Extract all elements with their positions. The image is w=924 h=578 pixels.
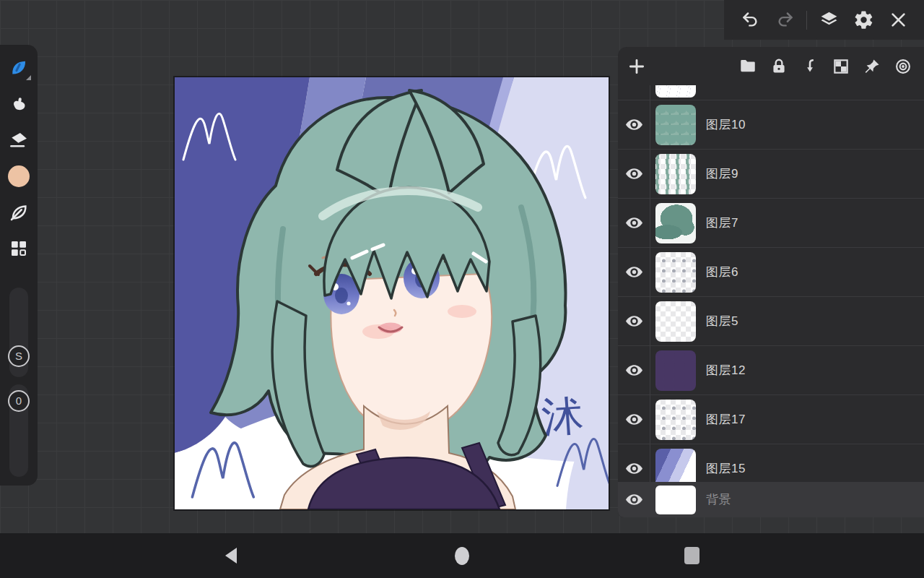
layer-row[interactable]: 图层10 [618,100,924,150]
close-button[interactable] [885,7,911,33]
visibility-toggle[interactable] [618,311,650,331]
visibility-toggle[interactable] [618,410,650,429]
eye-icon [624,164,644,184]
opacity-handle[interactable]: 0 [8,390,30,412]
merge-down-button[interactable] [798,55,821,78]
grid-squares-icon [8,238,30,259]
recents-square-icon [684,547,699,564]
layer-row[interactable]: 图层5 [618,297,924,346]
settings-button[interactable] [850,7,876,33]
layer-row[interactable] [618,85,924,100]
visibility-toggle[interactable] [618,115,650,134]
brush-size-slider[interactable]: S [9,288,28,377]
eye-icon [624,262,644,282]
undo-button[interactable] [737,7,763,33]
visibility-toggle[interactable] [618,164,650,184]
nav-back-button[interactable] [202,533,260,578]
eye-icon [624,213,644,233]
pin-layer-button[interactable] [860,55,884,78]
layers-list: 图层10 图层9 图层7 [618,85,924,517]
toolbar-divider [806,11,807,30]
background-layer-row[interactable]: 背景 [618,482,924,517]
layer-row[interactable]: 图层9 [618,150,924,199]
eye-icon [624,490,644,509]
eye-icon [624,115,644,134]
layer-label: 图层12 [706,362,746,379]
visibility-toggle[interactable] [618,361,650,380]
settings-gear-icon [853,9,874,30]
smudge-finger-icon [8,93,30,115]
visibility-toggle[interactable] [618,459,650,478]
pin-icon [863,57,881,76]
eye-icon [624,311,644,331]
opacity-slider[interactable]: 0 [9,384,28,477]
eraser-tool-button[interactable] [4,126,33,155]
layer-label: 图层7 [706,215,738,231]
transparency-checker-icon [832,57,850,76]
visibility-toggle[interactable] [618,490,650,509]
add-layer-button[interactable] [625,55,648,78]
layer-label: 背景 [706,491,731,508]
layer-label: 图层10 [706,116,746,133]
eye-icon [624,410,644,429]
current-color-swatch [8,165,30,187]
folder-icon [738,57,757,76]
layer-thumbnail[interactable] [655,154,696,194]
layer-thumbnail[interactable] [655,486,696,514]
layer-row[interactable]: 图层7 [618,199,924,248]
layer-label: 图层15 [706,460,746,477]
artist-signature: 沭 [540,391,585,441]
layer-label: 图层17 [706,411,746,428]
snap-spiral-button[interactable] [892,55,915,78]
visibility-toggle[interactable] [618,213,650,233]
material-tool-button[interactable] [4,198,33,227]
artwork-illustration: 沭 [175,77,609,509]
leaf-icon [8,202,30,223]
layers-panel-toggle-button[interactable] [816,7,842,33]
layer-thumbnail[interactable] [655,105,696,145]
layer-thumbnail[interactable] [655,252,696,293]
drawing-canvas[interactable]: 沭 [175,77,609,509]
top-action-bar [724,0,924,40]
eraser-icon [8,129,30,151]
eye-icon [624,361,644,380]
merge-down-icon [801,57,819,76]
home-circle-icon [455,547,469,565]
undo-icon [741,10,760,30]
brush-tool-button[interactable] [4,53,33,82]
layer-thumbnail[interactable] [655,203,696,243]
nav-home-button[interactable] [433,533,491,578]
eye-icon [624,459,644,478]
layer-lock-button[interactable] [767,55,790,78]
tool-submenu-indicator [26,75,31,80]
layer-thumbnail[interactable] [655,350,696,391]
layer-thumbnail[interactable] [655,301,696,342]
redo-icon [775,10,795,30]
tool-rail: S 0 [0,45,38,486]
visibility-toggle[interactable] [618,262,650,282]
brush-size-handle[interactable]: S [8,345,30,367]
redo-button[interactable] [772,7,798,33]
layer-label: 图层9 [706,165,738,182]
grid-panels-tool-button[interactable] [4,234,33,263]
layer-row[interactable]: 图层6 [618,248,924,297]
nav-recents-button[interactable] [663,533,720,578]
android-nav-bar [0,533,924,578]
smudge-tool-button[interactable] [4,90,33,118]
app-root: { "top_bar": { "icons": [ { "name": "und… [0,0,924,578]
layer-row[interactable]: 图层12 [618,346,924,395]
layer-thumbnail[interactable] [655,85,696,98]
layer-row[interactable]: 图层17 [618,395,924,444]
layers-icon [819,9,840,30]
back-triangle-icon [225,548,237,564]
spiral-icon [894,57,912,76]
layer-folder-button[interactable] [736,55,759,78]
layer-label: 图层5 [706,313,738,329]
plus-icon [627,57,646,76]
layer-label: 图层6 [706,264,738,280]
layers-panel: 图层10 图层9 图层7 [618,47,924,517]
lock-icon [770,57,788,76]
layer-thumbnail[interactable] [655,400,696,440]
color-swatch-button[interactable] [4,162,33,191]
transparency-button[interactable] [829,55,853,78]
